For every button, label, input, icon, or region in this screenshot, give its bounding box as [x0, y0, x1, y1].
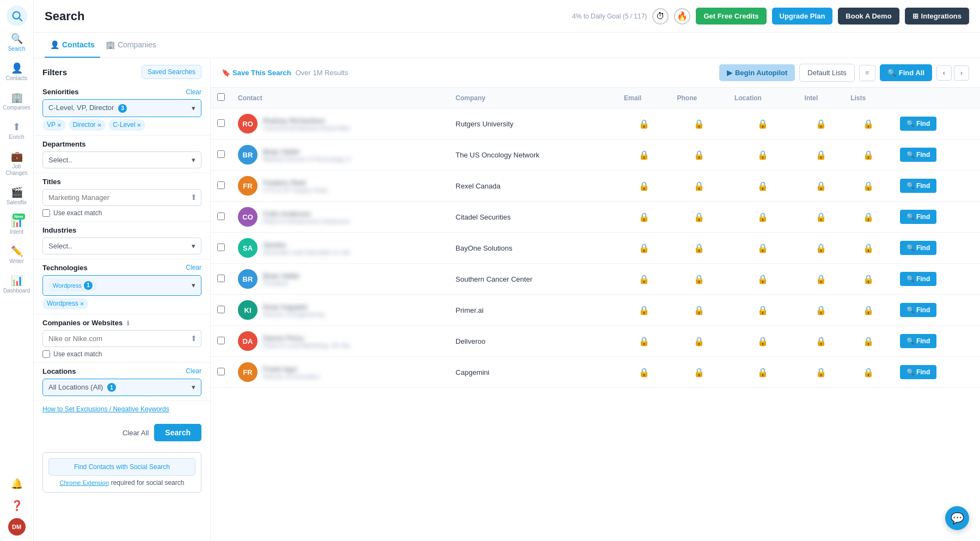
- sidebar-item-contacts[interactable]: 👤 Contacts: [2, 59, 32, 85]
- find-button[interactable]: 🔍 Find: [900, 210, 937, 224]
- row-select-checkbox[interactable]: [217, 275, 225, 282]
- contact-name: Rodney Richardson: [263, 117, 350, 125]
- technologies-dropdown[interactable]: Wordpress 1 ▾: [42, 275, 201, 296]
- companies-exact-match-checkbox[interactable]: [42, 350, 50, 358]
- tag-vp-remove[interactable]: ×: [57, 121, 62, 129]
- company-name: Deliveroo: [456, 337, 611, 345]
- table-row: CO Colin Anderson Head of Infrastructure…: [211, 202, 980, 233]
- chat-bubble[interactable]: 💬: [945, 506, 969, 530]
- sidebar-item-writer[interactable]: ✏️ Writer: [2, 242, 32, 268]
- search-button[interactable]: Search: [154, 424, 201, 441]
- clear-all-button[interactable]: Clear All: [122, 429, 149, 437]
- contact-cell: RO Rodney Richardson Commercial Advisory…: [231, 108, 449, 139]
- sidebar-item-search[interactable]: 🔍 Search: [2, 29, 32, 56]
- locations-dropdown[interactable]: All Locations (All) 1 ▾: [42, 379, 201, 397]
- departments-dropdown[interactable]: Select.. ▾: [42, 151, 201, 168]
- row-select-checkbox[interactable]: [217, 181, 225, 189]
- find-button[interactable]: 🔍 Find: [900, 272, 937, 286]
- contact-name: Frederic Reid: [263, 179, 328, 187]
- seniorities-clear[interactable]: Clear: [186, 88, 201, 96]
- sidebar-item-companies[interactable]: 🏢 Companies: [2, 88, 32, 114]
- upgrade-plan-button[interactable]: Upgrade Plan: [772, 8, 833, 25]
- sidebar-label-writer: Writer: [9, 258, 23, 265]
- locations-label: Locations: [42, 367, 76, 375]
- prev-arrow[interactable]: ‹: [936, 65, 952, 81]
- find-button[interactable]: 🔍 Find: [900, 117, 937, 131]
- streak-icon-timer[interactable]: ⏱: [652, 8, 669, 25]
- upload-icon[interactable]: ⬆: [191, 193, 197, 202]
- seniorities-dropdown[interactable]: C-Level, VP, Director 3 ▾: [42, 99, 201, 117]
- find-button[interactable]: 🔍 Find: [900, 303, 937, 317]
- integrations-button[interactable]: ⊞ Integrations: [905, 8, 969, 25]
- email-lock-icon: 🔒: [624, 181, 664, 191]
- companies-input[interactable]: [42, 330, 201, 347]
- select-all-checkbox[interactable]: [217, 93, 225, 101]
- daily-goal-text: 4% to Daily Goal (5 / 117): [572, 13, 647, 20]
- sidebar-item-salesflix[interactable]: 🎬 Salesflix: [2, 183, 32, 209]
- contact-cell: KI Kiran Kapadni Director of Engineering: [231, 295, 449, 326]
- sidebar-item-enrich[interactable]: ⬆ Enrich: [2, 118, 32, 144]
- intel-lock-icon: 🔒: [805, 212, 838, 222]
- find-button[interactable]: 🔍 Find: [900, 179, 937, 193]
- company-name: Rexel Canada: [456, 182, 611, 190]
- sidebar-item-intent[interactable]: 📊 New Intent: [2, 212, 32, 239]
- companies-info-icon[interactable]: ℹ: [127, 320, 129, 326]
- autopilot-button[interactable]: ▶ Begin Autopilot: [719, 64, 795, 81]
- list-view-button[interactable]: ≡: [859, 65, 875, 81]
- next-arrow[interactable]: ›: [954, 65, 969, 81]
- find-button[interactable]: 🔍 Find: [900, 148, 937, 162]
- sidebar-item-notifications[interactable]: 🔔: [2, 475, 32, 493]
- contacts-icon: 👤: [11, 62, 23, 74]
- table-row: BR Brian Heller Medical Director of Tech…: [211, 139, 980, 171]
- action-cell: 🔍 Find: [893, 326, 980, 357]
- locations-clear[interactable]: Clear: [186, 367, 201, 375]
- chevron-down-icon: ▾: [192, 383, 195, 391]
- find-all-button[interactable]: 🔍 Find All: [880, 64, 932, 81]
- industries-dropdown[interactable]: Select.. ▾: [42, 238, 201, 254]
- app-logo[interactable]: [7, 5, 27, 26]
- user-avatar[interactable]: DM: [8, 518, 26, 536]
- tab-contacts[interactable]: 👤 Contacts: [45, 33, 100, 58]
- technologies-clear[interactable]: Clear: [186, 264, 201, 271]
- find-button[interactable]: 🔍 Find: [900, 365, 937, 379]
- row-select-checkbox[interactable]: [217, 119, 225, 127]
- row-select-checkbox[interactable]: [217, 306, 225, 313]
- row-select-checkbox[interactable]: [217, 212, 225, 220]
- free-credits-button[interactable]: Get Free Credits: [696, 8, 766, 25]
- sidebar-item-help[interactable]: ❓: [2, 496, 32, 515]
- companies-upload-icon[interactable]: ⬆: [191, 334, 197, 343]
- titles-input-wrap: ⬆: [42, 189, 201, 206]
- titles-exact-match-label: Use exact match: [53, 209, 102, 217]
- tag-director-remove[interactable]: ×: [97, 121, 102, 129]
- filters-header: Filters Saved Searches: [34, 58, 210, 83]
- sidebar-item-dashboard[interactable]: 📊 Dashboard: [2, 271, 32, 297]
- exclusion-link[interactable]: How to Set Exclusions / Negative Keyword…: [34, 401, 210, 417]
- chrome-extension-link[interactable]: Chrome Extension: [60, 479, 109, 486]
- default-lists-button[interactable]: Default Lists: [799, 64, 855, 82]
- streak-icon-fire[interactable]: 🔥: [674, 8, 690, 25]
- titles-input[interactable]: [42, 189, 201, 206]
- saved-searches-button[interactable]: Saved Searches: [142, 65, 201, 79]
- row-select-checkbox[interactable]: [217, 244, 225, 251]
- row-select-checkbox[interactable]: [217, 150, 225, 158]
- company-cell: Deliveroo: [449, 326, 617, 357]
- social-search-button[interactable]: Find Contacts with Social Search: [48, 458, 195, 476]
- tab-companies[interactable]: 🏢 Companies: [100, 33, 162, 58]
- find-button[interactable]: 🔍 Find: [900, 241, 937, 255]
- titles-exact-match-checkbox[interactable]: [42, 209, 50, 217]
- company-name: Primer.ai: [456, 306, 611, 314]
- row-select-checkbox[interactable]: [217, 337, 225, 344]
- find-button[interactable]: 🔍 Find: [900, 334, 937, 348]
- row-select-checkbox[interactable]: [217, 368, 225, 375]
- tag-wordpress-remove[interactable]: ×: [80, 300, 84, 308]
- seniorities-label: Seniorities: [42, 88, 78, 96]
- contact-title: Head of Local Marketing, UK North: [263, 342, 350, 349]
- sidebar-item-job-changes[interactable]: 💼 Job Changes: [2, 147, 32, 180]
- navigation-arrows: ‹ ›: [936, 65, 969, 81]
- save-search-button[interactable]: 🔖 Save This Search: [222, 69, 291, 77]
- intel-cell: 🔒: [798, 171, 844, 202]
- sidebar-bottom: 🔔 ❓ DM: [2, 475, 32, 536]
- tag-clevel-remove[interactable]: ×: [137, 121, 142, 129]
- book-demo-button[interactable]: Book A Demo: [838, 8, 899, 25]
- row-checkbox-cell: [211, 202, 231, 233]
